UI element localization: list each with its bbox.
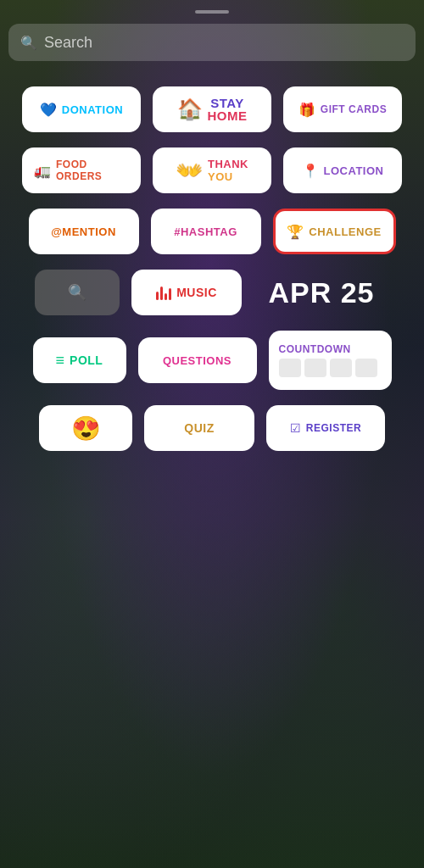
music-label: MUSIC	[176, 286, 217, 299]
countdown-box-4	[355, 359, 377, 377]
sticker-row-3: @MENTION #HASHTAG 🏆 CHALLENGE	[17, 209, 407, 254]
giftcards-label: GIFT CARDS	[321, 103, 387, 115]
poll-icon: ≡	[56, 352, 65, 370]
sticker-row-5: ≡ POLL QUESTIONS COUNTDOWN	[17, 331, 407, 390]
donation-icon: 💙	[40, 102, 57, 118]
countdown-box-2	[304, 359, 326, 377]
sticker-foodorders[interactable]: 🚛 FOOD ORDERS	[22, 147, 141, 193]
register-label: REGISTER	[306, 422, 361, 434]
challenge-label: CHALLENGE	[309, 225, 381, 238]
countdown-label: COUNTDOWN	[279, 343, 351, 355]
music-bars-icon	[156, 285, 171, 300]
mention-label: @MENTION	[51, 225, 116, 238]
stayhome-icon: 🏠	[177, 99, 203, 120]
sticker-row-2: 🚛 FOOD ORDERS 👐 THANK YOU 📍 LOCATION	[17, 147, 407, 193]
stickers-grid: 💙 DONATION 🏠 STAY HOME 🎁 GIFT CARDS 🚛 FO…	[0, 61, 424, 451]
search-q-icon: 🔍	[68, 283, 86, 302]
sticker-challenge[interactable]: 🏆 CHALLENGE	[273, 209, 396, 254]
location-label: LOCATION	[324, 164, 384, 177]
search-icon: 🔍	[20, 35, 37, 51]
home-label: HOME	[208, 109, 248, 122]
sticker-music[interactable]: MUSIC	[131, 270, 242, 315]
sticker-hashtag[interactable]: #HASHTAG	[151, 209, 261, 254]
search-placeholder: Search	[44, 34, 92, 52]
questions-label: QUESTIONS	[163, 354, 232, 367]
sticker-countdown[interactable]: COUNTDOWN	[269, 331, 392, 390]
drag-handle	[195, 10, 229, 14]
sticker-stayhome[interactable]: 🏠 STAY HOME	[153, 86, 271, 132]
you-label: YOU	[208, 170, 248, 183]
sticker-giftcards[interactable]: 🎁 GIFT CARDS	[283, 86, 402, 132]
sticker-emoji[interactable]: 😍	[39, 405, 132, 451]
countdown-box-3	[330, 359, 352, 377]
sticker-questions[interactable]: QUESTIONS	[138, 337, 257, 383]
thank-label: THANK	[208, 158, 248, 170]
food-icon: 🚛	[34, 163, 51, 179]
stay-label: STAY	[208, 97, 248, 109]
sticker-thankyou[interactable]: 👐 THANK YOU	[153, 147, 271, 193]
quiz-label: QUIZ	[184, 421, 214, 435]
sticker-search[interactable]: 🔍	[35, 270, 120, 315]
countdown-boxes	[279, 359, 377, 377]
foodorders-label: FOOD ORDERS	[56, 159, 129, 182]
poll-label: POLL	[70, 353, 103, 367]
sticker-row-1: 💙 DONATION 🏠 STAY HOME 🎁 GIFT CARDS	[17, 86, 407, 132]
top-bar: 🔍 Search	[0, 0, 424, 61]
sticker-row-4: 🔍 MUSIC APR 25	[17, 270, 407, 315]
countdown-box-1	[279, 359, 301, 377]
sticker-mention[interactable]: @MENTION	[29, 209, 139, 254]
challenge-icon: 🏆	[287, 224, 304, 240]
sticker-donation[interactable]: 💙 DONATION	[22, 86, 141, 132]
sticker-poll[interactable]: ≡ POLL	[33, 337, 126, 383]
date-label: APR 25	[268, 276, 374, 309]
sticker-register[interactable]: ☑ REGISTER	[266, 405, 385, 451]
hashtag-label: #HASHTAG	[174, 225, 237, 238]
sticker-date[interactable]: APR 25	[254, 270, 389, 315]
sticker-row-6: 😍 QUIZ ☑ REGISTER	[17, 405, 407, 451]
register-icon: ☑	[290, 421, 301, 435]
search-bar[interactable]: 🔍 Search	[8, 24, 416, 61]
gift-icon: 🎁	[298, 102, 315, 118]
thankyou-icon: 👐	[176, 158, 203, 184]
sticker-location[interactable]: 📍 LOCATION	[283, 147, 402, 193]
sticker-quiz[interactable]: QUIZ	[144, 405, 254, 451]
location-icon: 📍	[302, 163, 319, 179]
donation-label: DONATION	[62, 103, 123, 116]
emoji-icon: 😍	[71, 415, 101, 442]
